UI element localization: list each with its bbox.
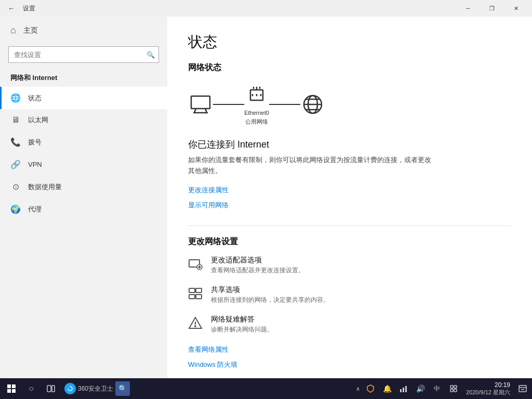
back-button[interactable]: ← xyxy=(4,1,19,16)
svg-rect-40 xyxy=(454,389,457,392)
sidebar-item-status[interactable]: 🌐 状态 xyxy=(0,87,167,109)
input-indicator[interactable] xyxy=(446,379,461,398)
network-props-link[interactable]: 查看网络属性 xyxy=(188,345,229,354)
adapter-icon xyxy=(188,257,203,274)
svg-rect-0 xyxy=(191,96,210,109)
data-usage-icon: ⊙ xyxy=(10,182,21,192)
start-button[interactable] xyxy=(2,379,21,398)
status-icon: 🌐 xyxy=(10,93,21,103)
main-area: ⌂ 主页 🔍 网络和 Internet 🌐 状态 🖥 以太网 📞 拨号 xyxy=(0,17,532,378)
360-icon xyxy=(64,383,76,394)
svg-rect-38 xyxy=(454,385,457,388)
troubleshoot-icon xyxy=(188,316,203,334)
adapter-setting[interactable]: 更改适配器选项 查看网络适配器并更改连接设置。 xyxy=(188,256,511,275)
troubleshoot-desc: 诊断并解决网络问题。 xyxy=(211,325,273,334)
line-1 xyxy=(213,104,244,105)
svg-point-33 xyxy=(70,386,71,387)
network-type-label: 公用网络 xyxy=(245,118,268,126)
sidebar: ⌂ 主页 🔍 网络和 Internet 🌐 状态 🖥 以太网 📞 拨号 xyxy=(0,17,167,378)
sidebar-item-ethernet[interactable]: 🖥 以太网 xyxy=(0,109,167,131)
ethernet-label: Ethernet0 xyxy=(244,110,269,116)
internet-icon xyxy=(300,92,325,117)
sidebar-label-status: 状态 xyxy=(28,94,42,103)
sidebar-item-vpn[interactable]: 🔗 VPN xyxy=(0,153,167,176)
connected-title: 你已连接到 Internet xyxy=(188,138,511,151)
svg-rect-35 xyxy=(403,388,404,392)
sidebar-label-vpn: VPN xyxy=(28,161,42,168)
ethernet-icon: 🖥 xyxy=(10,115,21,125)
troubleshoot-title: 网络疑难解答 xyxy=(211,315,273,324)
close-button[interactable]: ✕ xyxy=(504,0,528,17)
page-title: 状态 xyxy=(188,32,511,52)
svg-rect-36 xyxy=(405,386,407,392)
svg-rect-37 xyxy=(450,385,453,388)
taskbar-right: ∧ 🔔 🔊 中 xyxy=(355,379,530,398)
network-status-heading: 网络状态 xyxy=(188,62,511,73)
svg-rect-31 xyxy=(52,385,55,392)
vpn-icon: 🔗 xyxy=(10,159,21,169)
sidebar-search-container: 🔍 xyxy=(8,46,159,63)
svg-rect-20 xyxy=(189,288,195,292)
adapter-title: 更改适配器选项 xyxy=(211,256,304,265)
svg-rect-23 xyxy=(196,295,202,299)
bell-icon[interactable]: 🔔 xyxy=(380,379,394,398)
titlebar-title: 设置 xyxy=(23,4,35,13)
360-app[interactable]: 360安全卫士 🔍 xyxy=(61,379,133,398)
window-controls: ─ ❐ ✕ xyxy=(456,0,528,17)
change-network-heading: 更改网络设置 xyxy=(188,236,511,247)
connected-desc: 如果你的流量套餐有限制，则你可以将此网络设置为按流量计费的连接，或者更改其他属性… xyxy=(188,155,437,177)
divider-1 xyxy=(188,225,511,226)
language-indicator[interactable]: 中 xyxy=(430,379,444,398)
firewall-link[interactable]: Windows 防火墙 xyxy=(188,360,237,369)
show-hidden-icons[interactable]: ∧ xyxy=(355,385,361,392)
sidebar-home[interactable]: ⌂ 主页 xyxy=(0,17,167,44)
network-icon[interactable] xyxy=(396,379,411,398)
search-input[interactable] xyxy=(8,46,159,63)
sidebar-label-dialup: 拨号 xyxy=(28,138,42,147)
svg-rect-22 xyxy=(189,295,195,299)
proxy-icon: 🌍 xyxy=(10,204,21,214)
sidebar-label-data: 数据使用量 xyxy=(28,182,62,192)
svg-rect-27 xyxy=(12,384,16,388)
svg-rect-26 xyxy=(7,384,11,388)
router-icon: Ethernet0 公用网络 xyxy=(244,83,269,126)
taskbar-time: 20:19 xyxy=(495,381,510,389)
home-icon: ⌂ xyxy=(10,25,16,36)
computer-icon xyxy=(188,92,213,117)
sharing-icon xyxy=(188,286,203,304)
troubleshoot-setting[interactable]: 网络疑难解答 诊断并解决网络问题。 xyxy=(188,315,511,334)
security-icon[interactable] xyxy=(363,379,378,398)
sidebar-item-dialup[interactable]: 📞 拨号 xyxy=(0,131,167,153)
taskbar: ○ 360安全卫士 🔍 ∧ 🔔 xyxy=(0,378,532,399)
svg-rect-28 xyxy=(7,389,11,393)
svg-rect-41 xyxy=(519,385,526,392)
content-area: 状态 网络状态 xyxy=(167,17,532,378)
volume-icon[interactable]: 🔊 xyxy=(413,379,428,398)
adapter-desc: 查看网络适配器并更改连接设置。 xyxy=(211,266,304,275)
sharing-setting[interactable]: 共享选项 根据所连接到的网络，决定要共享的内容。 xyxy=(188,285,511,304)
sidebar-label-ethernet: 以太网 xyxy=(28,115,48,125)
svg-rect-29 xyxy=(12,389,16,393)
sidebar-section-title: 网络和 Internet xyxy=(0,69,167,87)
clock[interactable]: 20:19 2020/9/12 星期六 xyxy=(463,381,513,396)
sharing-desc: 根据所连接到的网络，决定要共享的内容。 xyxy=(211,296,329,304)
svg-point-25 xyxy=(195,326,196,327)
cortana-button[interactable]: ○ xyxy=(22,379,41,398)
svg-rect-34 xyxy=(400,389,402,392)
sidebar-item-proxy[interactable]: 🌍 代理 xyxy=(0,198,167,220)
sidebar-item-data[interactable]: ⊙ 数据使用量 xyxy=(0,176,167,198)
360-label: 360安全卫士 xyxy=(78,384,113,393)
svg-rect-39 xyxy=(450,389,453,392)
svg-rect-30 xyxy=(47,385,51,392)
dialup-icon: 📞 xyxy=(10,137,21,147)
taskbar-date: 2020/9/12 星期六 xyxy=(466,389,510,396)
taskview-button[interactable] xyxy=(42,379,60,398)
minimize-button[interactable]: ─ xyxy=(456,0,480,17)
restore-button[interactable]: ❐ xyxy=(480,0,504,17)
360-search-button[interactable]: 🔍 xyxy=(115,381,130,396)
sidebar-label-proxy: 代理 xyxy=(28,205,42,214)
notification-center[interactable] xyxy=(515,379,530,398)
network-diagram: Ethernet0 公用网络 xyxy=(188,83,511,126)
show-networks-link[interactable]: 显示可用网络 xyxy=(188,201,229,210)
change-connection-link[interactable]: 更改连接属性 xyxy=(188,185,229,195)
